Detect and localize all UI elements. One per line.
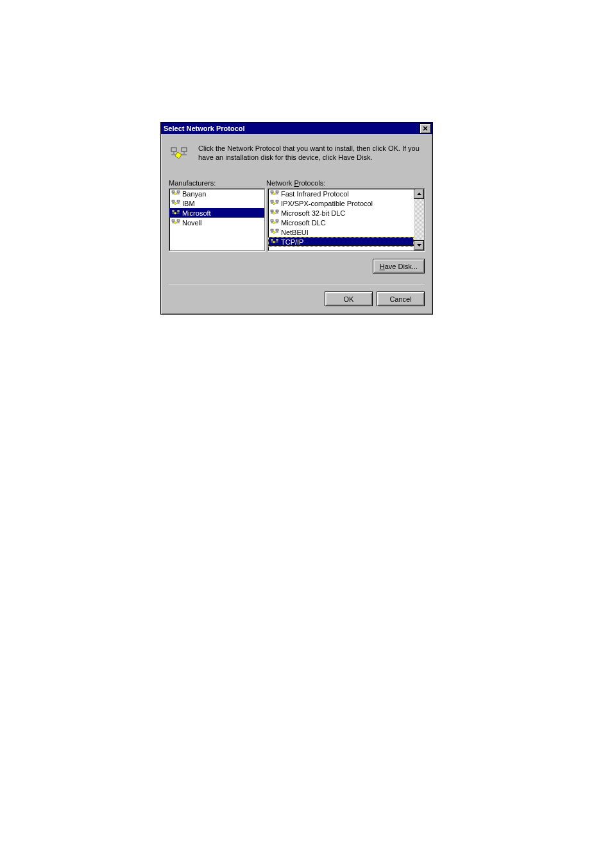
list-item-label: IPX/SPX-compatible Protocol xyxy=(281,200,373,207)
ok-button[interactable]: OK xyxy=(325,291,373,306)
list-item-label: Banyan xyxy=(182,190,206,198)
list-item-label: Microsoft 32-bit DLC xyxy=(281,209,345,217)
list-item[interactable]: Novell xyxy=(169,218,264,227)
protocol-icon xyxy=(269,218,280,227)
intro-section: Click the Network Protocol that you want… xyxy=(169,141,425,173)
protocol-icon xyxy=(171,218,181,227)
svg-rect-8 xyxy=(171,148,176,152)
list-row: Banyan IBM Microsoft Novell xyxy=(169,188,425,251)
dialog-buttons: OK Cancel xyxy=(169,291,425,306)
scroll-track[interactable] xyxy=(414,199,424,240)
list-item[interactable]: Microsoft 32-bit DLC xyxy=(268,208,414,218)
protocol-icon xyxy=(171,199,181,208)
list-item-label: Fast Infrared Protocol xyxy=(281,190,349,198)
protocol-large-icon xyxy=(169,144,189,165)
svg-rect-9 xyxy=(182,148,187,152)
have-disk-row: Have Disk... xyxy=(169,259,425,276)
protocols-label: Network Protocols: xyxy=(266,179,325,187)
manufacturers-label: Manufacturers: xyxy=(169,179,216,187)
chevron-down-icon xyxy=(417,244,421,247)
protocol-icon xyxy=(269,238,280,247)
list-labels: Manufacturers: Network Protocols: xyxy=(169,179,425,187)
protocol-icon xyxy=(269,189,280,198)
dialog-body: Click the Network Protocol that you want… xyxy=(161,134,432,314)
list-item[interactable]: IPX/SPX-compatible Protocol xyxy=(268,198,414,208)
select-network-protocol-dialog: Select Network Protocol Click the Networ… xyxy=(160,122,433,315)
cancel-button[interactable]: Cancel xyxy=(377,291,425,306)
dialog-title: Select Network Protocol xyxy=(164,125,245,132)
have-disk-button[interactable]: Have Disk... xyxy=(373,259,425,273)
protocol-icon xyxy=(269,209,280,218)
scroll-up-button[interactable] xyxy=(414,189,424,199)
separator xyxy=(169,284,425,285)
protocol-icon xyxy=(171,209,181,218)
list-item[interactable]: TCP/IP xyxy=(268,237,414,247)
list-item-label: NetBEUI xyxy=(281,229,309,236)
protocol-icon xyxy=(171,189,181,198)
list-item[interactable]: IBM xyxy=(169,198,264,208)
close-button[interactable] xyxy=(420,123,431,134)
list-item-label: IBM xyxy=(182,200,195,207)
manufacturers-listbox[interactable]: Banyan IBM Microsoft Novell xyxy=(169,188,265,251)
list-item[interactable]: Microsoft xyxy=(169,208,264,218)
chevron-up-icon xyxy=(417,193,421,195)
list-item-label: Microsoft xyxy=(182,209,211,217)
list-item[interactable]: Fast Infrared Protocol xyxy=(268,189,414,198)
list-item[interactable]: NetBEUI xyxy=(268,227,414,237)
protocol-icon xyxy=(269,228,280,237)
list-item-label: Microsoft DLC xyxy=(281,219,326,227)
protocols-listbox[interactable]: Fast Infrared Protocol IPX/SPX-compatibl… xyxy=(268,188,425,251)
protocol-icon xyxy=(269,199,280,208)
list-item-label: Novell xyxy=(182,219,202,227)
close-icon xyxy=(423,126,428,131)
list-item[interactable]: Microsoft DLC xyxy=(268,218,414,227)
scroll-down-button[interactable] xyxy=(414,240,424,250)
scrollbar[interactable] xyxy=(414,189,424,250)
list-item[interactable]: Banyan xyxy=(169,189,264,198)
titlebar[interactable]: Select Network Protocol xyxy=(161,123,432,134)
list-item-label: TCP/IP xyxy=(281,238,303,246)
intro-text: Click the Network Protocol that you want… xyxy=(198,144,425,162)
